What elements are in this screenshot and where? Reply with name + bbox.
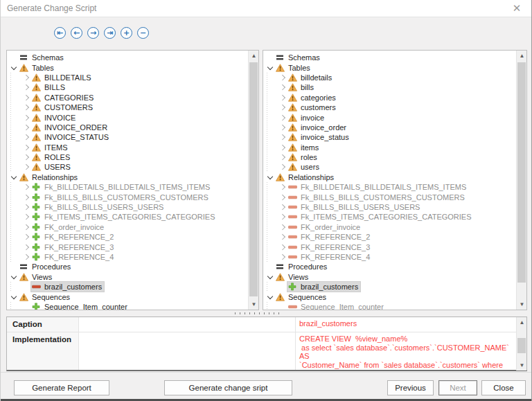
tree-node[interactable]: FK_REFERENCE_2 [263, 232, 516, 242]
chevron-collapsed-icon[interactable] [23, 224, 31, 231]
tree-node-content[interactable]: Fk_BILLS_BILLS_USERS_USERS [287, 202, 422, 212]
chevron-collapsed-icon[interactable] [279, 144, 287, 151]
horizontal-splitter[interactable] [6, 310, 526, 317]
tree-node-content[interactable]: Procedures [275, 262, 329, 271]
tree-node-content[interactable]: Sequences [275, 292, 328, 302]
chevron-expanded-icon[interactable] [10, 274, 19, 280]
chevron-collapsed-icon[interactable] [279, 213, 287, 220]
property-source-value[interactable]: CREATE VIEW %view_name% as select `sales… [296, 332, 516, 370]
chevron-collapsed-icon[interactable] [279, 224, 287, 231]
chevron-collapsed-icon[interactable] [23, 213, 31, 220]
chevron-expanded-icon[interactable] [267, 274, 275, 280]
chevron-collapsed-icon[interactable] [23, 194, 31, 201]
tree-node-content[interactable]: Sequences [19, 292, 72, 302]
chevron-collapsed-icon[interactable] [23, 204, 31, 211]
tree-node-content[interactable]: Fk_BILLS_BILLS_CUSTOMERS_CUSTOMERS [31, 193, 211, 202]
tree-node[interactable]: ROLES [7, 152, 248, 162]
tree-node[interactable]: users [263, 162, 516, 172]
tree-node-content[interactable]: Procedures [19, 262, 73, 271]
property-target-value[interactable] [79, 317, 296, 332]
tree-node[interactable]: Fk_BILLS_BILLS_CUSTOMERS_CUSTOMERS [263, 192, 516, 202]
scroll-down-icon[interactable]: ▼ [517, 299, 527, 310]
tree-node-content[interactable]: Fk_ITEMS_ITEMS_CATEGORIES_CATEGORIES [287, 212, 474, 222]
tree-node-content[interactable]: Schemas [275, 53, 322, 62]
chevron-collapsed-icon[interactable] [23, 253, 31, 260]
chevron-collapsed-icon[interactable] [279, 194, 287, 201]
tree-node[interactable]: FK_REFERENCE_4 [7, 252, 248, 262]
generate-report-button[interactable]: Generate Report [14, 380, 109, 395]
tree-node[interactable]: Fk_BILLS_BILLS_CUSTOMERS_CUSTOMERS [7, 192, 248, 202]
tree-node-content[interactable]: Sequence_Item_counter [31, 302, 130, 310]
tree-node-content[interactable]: brazil_customers [287, 282, 360, 292]
chevron-collapsed-icon[interactable] [23, 144, 31, 151]
tree-node-content[interactable]: Schemas [19, 53, 66, 62]
tree-node[interactable]: invoice_status [263, 132, 516, 142]
tree-node-content[interactable]: ITEMS [31, 143, 70, 152]
right-tree-scrollbar[interactable]: ▲ ▼ [516, 51, 526, 310]
tree-node-content[interactable]: Views [275, 272, 310, 282]
tree-node[interactable]: Relationships [263, 172, 516, 182]
tree-node-content[interactable]: invoice_order [287, 123, 348, 132]
tree-node-content[interactable]: INVOICE_ORDER [31, 123, 109, 132]
chevron-collapsed-icon[interactable] [279, 233, 287, 240]
tree-node[interactable]: Schemas [263, 53, 516, 62]
tree-node[interactable]: FK_REFERENCE_3 [263, 242, 516, 251]
tree-node-content[interactable]: items [287, 143, 321, 152]
tree-node[interactable]: ITEMS [7, 143, 248, 152]
tree-node-content[interactable]: Tables [19, 63, 56, 73]
tree-node[interactable]: FK_REFERENCE_4 [263, 252, 516, 262]
tree-node[interactable]: invoice [263, 112, 516, 122]
chevron-expanded-icon[interactable] [267, 174, 275, 181]
tree-node-content[interactable]: Relationships [275, 172, 336, 182]
tree-node-content[interactable]: bills [287, 82, 316, 92]
chevron-expanded-icon[interactable] [267, 64, 275, 71]
chevron-collapsed-icon[interactable] [23, 233, 31, 240]
chevron-collapsed-icon[interactable] [23, 184, 31, 190]
tree-node-content[interactable]: FK_REFERENCE_4 [287, 252, 372, 262]
property-source-value[interactable]: brazil_customers [296, 317, 516, 332]
chevron-collapsed-icon[interactable] [279, 84, 287, 91]
tree-node[interactable]: FK_REFERENCE_3 [7, 242, 248, 251]
tree-node[interactable]: BILLS [7, 82, 248, 92]
tree-node[interactable]: roles [263, 152, 516, 162]
tree-node-content[interactable]: Relationships [19, 172, 80, 182]
tree-node[interactable]: Fk_ITEMS_ITEMS_CATEGORIES_CATEGORIES [7, 212, 248, 222]
tree-node[interactable]: Tables [263, 62, 516, 72]
tree-node[interactable]: Schemas [7, 53, 248, 62]
chevron-collapsed-icon[interactable] [279, 184, 287, 190]
tree-node-content[interactable]: customers [287, 103, 338, 112]
scroll-up-icon[interactable]: ▲ [517, 317, 527, 328]
tree-node-content[interactable]: ROLES [31, 152, 72, 162]
scroll-up-icon[interactable]: ▲ [517, 51, 527, 61]
chevron-collapsed-icon[interactable] [279, 114, 287, 121]
tree-node[interactable]: bills [263, 82, 516, 92]
tree-node-content[interactable]: FK_REFERENCE_4 [31, 252, 116, 262]
chevron-collapsed-icon[interactable] [23, 244, 31, 251]
tree-node[interactable]: items [263, 143, 516, 152]
left-tree-scrollbar[interactable]: ▲ ▼ [248, 51, 258, 310]
chevron-collapsed-icon[interactable] [279, 124, 287, 131]
tree-node[interactable]: Fk_BILLDETAILS_BILLDETAILS_ITEMS_ITEMS [263, 182, 516, 192]
tree-node[interactable]: FK_REFERENCE_2 [7, 232, 248, 242]
tree-node-content[interactable]: USERS [31, 162, 73, 172]
tree-node[interactable]: Sequences [7, 292, 248, 301]
tree-node[interactable]: Fk_BILLS_BILLS_USERS_USERS [7, 202, 248, 212]
chevron-expanded-icon[interactable] [10, 174, 19, 181]
chevron-collapsed-icon[interactable] [23, 134, 31, 141]
tree-node-content[interactable]: FK_REFERENCE_3 [31, 242, 116, 252]
tree-node-content[interactable]: roles [287, 152, 319, 162]
chevron-collapsed-icon[interactable] [23, 154, 31, 161]
tree-node-content[interactable]: invoice_status [287, 132, 351, 142]
tree-node[interactable]: billdetails [263, 73, 516, 82]
tree-node[interactable]: Sequence_Item_counter [7, 302, 248, 310]
tree-node-content[interactable]: Fk_BILLDETAILS_BILLDETAILS_ITEMS_ITEMS [31, 182, 212, 192]
chevron-collapsed-icon[interactable] [23, 114, 31, 121]
tree-node-content[interactable]: FK_order_invoice [31, 222, 106, 232]
tree-node-content[interactable]: users [287, 162, 321, 172]
tree-node[interactable]: FK_order_invoice [263, 222, 516, 232]
tree-node[interactable]: Sequence_Item_counter [263, 302, 516, 310]
chevron-collapsed-icon[interactable] [23, 124, 31, 131]
tree-node-content[interactable]: CATEGORIES [31, 93, 96, 103]
chevron-collapsed-icon[interactable] [23, 94, 31, 101]
tree-node[interactable]: invoice_order [263, 123, 516, 132]
